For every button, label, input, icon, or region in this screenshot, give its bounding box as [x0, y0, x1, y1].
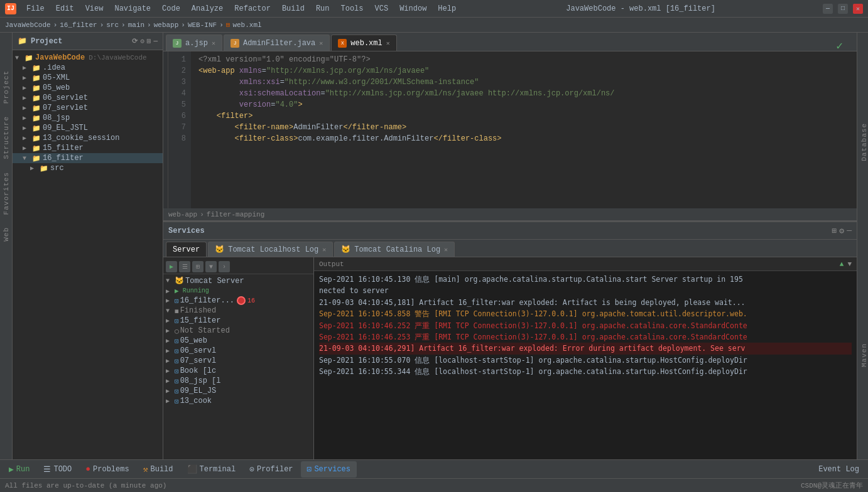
menu-analyze[interactable]: Analyze: [189, 3, 225, 14]
list-icon[interactable]: ☰: [179, 261, 190, 272]
breadcrumb-item[interactable]: webapp: [154, 21, 179, 29]
menu-run[interactable]: Run: [313, 3, 332, 14]
tree-07servlet[interactable]: ▶ 📁 07_servlet: [13, 103, 163, 113]
maximize-button[interactable]: □: [838, 4, 848, 14]
tab-close[interactable]: ✕: [444, 246, 448, 254]
scroll-up-arrow[interactable]: ▲: [840, 260, 844, 268]
tree-06servlet[interactable]: ▶ 📁 06_servlet: [13, 93, 163, 103]
tab-close-icon[interactable]: ✕: [212, 40, 215, 47]
event-log-tab[interactable]: Event Log: [812, 461, 865, 478]
tree-05xml[interactable]: ▶ 📁 05-XML: [13, 73, 163, 83]
menu-help[interactable]: Help: [435, 3, 458, 14]
tomcat-server-item[interactable]: ▼ 🐱 Tomcat Server: [163, 275, 313, 286]
close-icon[interactable]: —: [847, 226, 852, 236]
running-item[interactable]: ▶ ▶ Running: [163, 286, 313, 296]
code-line: xsi:schemaLocation="http://xmlns.jcp.org…: [198, 88, 849, 99]
scroll-down-arrow[interactable]: ▼: [847, 260, 852, 268]
minimize-button[interactable]: —: [823, 4, 833, 14]
05web-item[interactable]: ▶ ⊡ 05_web: [163, 336, 313, 346]
tab-close[interactable]: ✕: [322, 246, 326, 254]
16filter-deploy-item[interactable]: ▶ ⊡ 16_filter... 16: [163, 296, 313, 306]
tree-15filter[interactable]: ▶ 📁 15_filter: [13, 143, 163, 153]
gear-icon[interactable]: ⚙: [839, 226, 844, 236]
tab-tomcat-localhost[interactable]: 🐱 Tomcat Localhost Log ✕: [208, 242, 333, 257]
menu-file[interactable]: File: [24, 3, 47, 14]
breadcrumb-webap[interactable]: web-app: [168, 211, 197, 218]
maven-label[interactable]: Maven: [860, 343, 868, 367]
tree-16filter[interactable]: ▼ 📁 16_filter: [13, 153, 163, 163]
tree-13cookie[interactable]: ▶ 📁 13_cookie_session: [13, 133, 163, 143]
todo-tab[interactable]: ☰ TODO: [37, 461, 78, 478]
tab-tomcat-catalina[interactable]: 🐱 Tomcat Catalina Log ✕: [334, 242, 455, 257]
07servl-item[interactable]: ▶ ⊡ 07_servl: [163, 356, 313, 366]
status-right: CSDN@灵魂正在青年: [801, 481, 863, 490]
database-sidebar[interactable]: Database: [857, 33, 868, 246]
problems-tab[interactable]: ● Problems: [79, 461, 135, 478]
maven-sidebar[interactable]: Maven: [857, 246, 868, 459]
tree-idea[interactable]: ▶ 📁 .idea: [13, 63, 163, 73]
tree-src[interactable]: ▶ 📁 src: [13, 163, 163, 173]
collapse-icon[interactable]: ⊞: [192, 261, 203, 272]
06servl-item[interactable]: ▶ ⊡ 06_servl: [163, 346, 313, 356]
menu-edit[interactable]: Edit: [53, 3, 77, 14]
menu-navigate[interactable]: Navigate: [112, 3, 153, 14]
13cook-item[interactable]: ▶ ⊡ 13_cook: [163, 396, 313, 406]
services-toolbar-icons: ⊞ ⚙ —: [832, 226, 852, 236]
09eljs-item[interactable]: ▶ ⊡ 09_EL_JS: [163, 386, 313, 396]
tab-ajsp[interactable]: J a.jsp ✕: [166, 35, 222, 51]
menu-view[interactable]: View: [83, 3, 106, 14]
settings-icon[interactable]: ⚙: [140, 37, 144, 45]
more-icon[interactable]: ›: [219, 261, 230, 272]
sidebar-label-web[interactable]: Web: [3, 227, 10, 242]
menu-refactor[interactable]: Refactor: [232, 3, 273, 14]
sidebar-label-structure[interactable]: Structure: [3, 116, 10, 159]
not-started-item[interactable]: ▶ ◯ Not Started: [163, 326, 313, 336]
tree-arrow: ▶: [23, 64, 30, 72]
breadcrumb-item[interactable]: WEB-INF: [188, 21, 217, 29]
database-label[interactable]: Database: [860, 123, 868, 161]
services-tab[interactable]: ⊡ Services: [301, 461, 357, 478]
menu-tools[interactable]: Tools: [339, 3, 366, 14]
menu-window[interactable]: Window: [397, 3, 429, 14]
profiler-tab[interactable]: ⊙ Profiler: [243, 461, 299, 478]
breadcrumb-item[interactable]: JavaWebCode: [5, 21, 51, 29]
services-title: Services: [168, 227, 205, 235]
sidebar-label-favorites[interactable]: Favorites: [3, 172, 10, 215]
sidebar-label-project[interactable]: Project: [3, 70, 10, 104]
menu-build[interactable]: Build: [279, 3, 307, 14]
tab-close-icon[interactable]: ✕: [319, 40, 323, 47]
filter-icon[interactable]: ▼: [205, 261, 217, 272]
tree-09eljstl[interactable]: ▶ 📁 09_EL_JSTL: [13, 123, 163, 133]
collapse-icon[interactable]: —: [153, 37, 158, 45]
output-area: Output ▲ ▼ Sep-2021 16:10:45.130 信息 [mai…: [314, 257, 857, 459]
tab-server[interactable]: Server: [166, 242, 207, 257]
breadcrumb-filter-mapping[interactable]: filter-mapping: [207, 211, 264, 218]
run-tab[interactable]: ▶ Run: [3, 461, 36, 478]
close-button[interactable]: ✕: [853, 4, 863, 14]
book-item[interactable]: ▶ ⊡ Book [lc: [163, 366, 313, 376]
run-button[interactable]: ▶: [166, 261, 177, 272]
breadcrumb-item[interactable]: 16_filter: [60, 21, 97, 29]
tab-close-icon[interactable]: ✕: [386, 40, 390, 47]
08jsp-item[interactable]: ▶ ⊡ 08_jsp [l: [163, 376, 313, 386]
project-panel-header: 📁 Project ⟳ ⚙ ⊞ —: [13, 33, 163, 50]
breadcrumb-item[interactable]: web.xml: [232, 21, 261, 29]
terminal-tab[interactable]: ⬛ Terminal: [181, 461, 242, 478]
tree-root-item[interactable]: ▼ 📁 JavaWebCode D:\JavaWebCode: [13, 53, 163, 63]
event-log-label: Event Log: [818, 465, 859, 474]
sync-icon[interactable]: ⟳: [132, 37, 138, 45]
code-content[interactable]: <?xml version="1.0" encoding="UTF-8"?> <…: [191, 51, 857, 208]
tree-05web[interactable]: ▶ 📁 05_web: [13, 83, 163, 93]
tab-webxml[interactable]: X web.xml ✕: [331, 35, 396, 51]
menu-code[interactable]: Code: [160, 3, 183, 14]
settings-icon[interactable]: ⊞: [832, 226, 837, 236]
breadcrumb-item[interactable]: src: [106, 21, 119, 29]
expand-icon[interactable]: ⊞: [147, 37, 151, 45]
menu-vcs[interactable]: VCS: [372, 3, 391, 14]
15filter-item[interactable]: ▶ ⊡ 15_filter: [163, 316, 313, 326]
finished-item[interactable]: ▼ ◼ Finished: [163, 306, 313, 316]
build-tab[interactable]: ⚒ Build: [137, 461, 180, 478]
tree-08jsp[interactable]: ▶ 📁 08_jsp: [13, 113, 163, 123]
breadcrumb-item[interactable]: main: [128, 21, 144, 29]
tab-adminfilter[interactable]: J AdminFilter.java ✕: [224, 35, 330, 51]
